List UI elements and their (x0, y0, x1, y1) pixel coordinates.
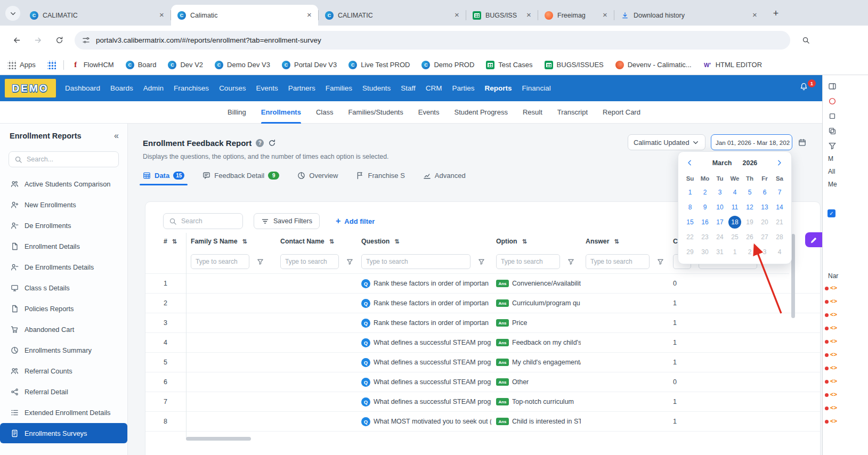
subnav-events[interactable]: Events (418, 101, 440, 124)
subnav-student-progress[interactable]: Student Progress (454, 101, 507, 124)
tab-search-button[interactable] (5, 6, 20, 21)
calendar-year[interactable]: 2026 (743, 159, 758, 167)
calendar-day-9[interactable]: 9 (697, 200, 712, 215)
nav-staff[interactable]: Staff (401, 84, 416, 92)
sidebar-item-new-enrollments[interactable]: New Enrollments (5, 194, 122, 215)
calendar-day-31[interactable]: 31 (712, 245, 727, 259)
bookmark-item[interactable] (47, 61, 56, 69)
calendar-day-27[interactable]: 27 (757, 230, 772, 245)
calendar-day-14[interactable]: 14 (772, 200, 787, 215)
sort-icon[interactable]: ⇅ (242, 238, 247, 245)
calendar-day-8[interactable]: 8 (683, 200, 697, 215)
calendar-day-18[interactable]: 18 (727, 215, 742, 230)
calendar-button[interactable] (794, 134, 809, 150)
browser-tab-freeimag[interactable]: Freeimag× (538, 5, 614, 26)
panel-tag-row[interactable]: <> (825, 352, 837, 358)
nav-courses[interactable]: Courses (219, 84, 246, 92)
previous-month-button[interactable] (686, 159, 694, 167)
calendar-day-13[interactable]: 13 (757, 200, 772, 215)
calendar-day-26[interactable]: 26 (742, 230, 757, 245)
tab-close-icon[interactable]: × (750, 11, 759, 20)
panel-tag-row[interactable]: <> (825, 392, 837, 398)
panel-tag-row[interactable]: <> (825, 285, 837, 291)
saved-filters-button[interactable]: Saved Filters (254, 213, 320, 229)
calendar-day-4[interactable]: 4 (727, 185, 742, 200)
sidebar-search-input[interactable] (27, 156, 113, 163)
calendar-day-12[interactable]: 12 (742, 200, 757, 215)
sidebar-search[interactable] (9, 151, 119, 167)
tab-close-icon[interactable]: × (305, 11, 314, 20)
calendar-day-17[interactable]: 17 (712, 215, 727, 230)
tab-data[interactable]: Data15 (143, 172, 184, 185)
notifications-button[interactable]: 1 (800, 83, 812, 94)
calendar-day-3[interactable]: 3 (757, 245, 772, 259)
calendar-day-23[interactable]: 23 (697, 230, 712, 245)
browser-tab-bugs-iss[interactable]: BUGS/ISS× (466, 5, 538, 26)
column-header-question[interactable]: Question⇅ (356, 238, 491, 245)
new-tab-button[interactable]: + (769, 6, 783, 20)
panel-tag-row[interactable]: <> (825, 365, 837, 371)
panel-tag-row[interactable]: <> (825, 325, 837, 331)
franchise-dropdown[interactable]: Calimatic Updated (628, 134, 705, 150)
nav-financial[interactable]: Financial (522, 84, 551, 92)
back-button[interactable] (9, 32, 25, 48)
sidebar-item-referral-counts[interactable]: Referral Counts (5, 361, 122, 381)
tab-franchise-s[interactable]: Franchise S (356, 172, 404, 185)
table-search-input[interactable] (181, 217, 237, 225)
calendar-day-20[interactable]: 20 (757, 215, 772, 230)
panel-tag-row[interactable]: <> (825, 418, 837, 425)
forward-button[interactable] (30, 32, 46, 48)
refresh-icon[interactable] (268, 139, 276, 147)
filter-input-family-s-name[interactable] (191, 254, 249, 269)
table-search[interactable] (163, 213, 243, 229)
next-month-button[interactable] (775, 159, 784, 167)
sidebar-item-referral-detail[interactable]: Referral Detail (5, 381, 122, 402)
calendar-day-2[interactable]: 2 (697, 185, 712, 200)
calendar-day-28[interactable]: 28 (772, 230, 787, 245)
calendar-day-30[interactable]: 30 (697, 245, 712, 259)
bookmark-bugs-issues[interactable]: BUGS/ISSUES (545, 61, 604, 69)
tab-overview[interactable]: Overview (297, 172, 338, 185)
table-vertical-scrollbar[interactable] (791, 234, 795, 318)
filter-input-contact-name[interactable] (280, 254, 339, 269)
subnav-enrollments[interactable]: Enrollments (261, 101, 301, 124)
sidebar-item-de-enrollments[interactable]: De Enrollments (5, 215, 122, 235)
bookmark-flowhcm[interactable]: fFlowHCM (71, 61, 114, 69)
column-header-item[interactable]: #⇅ (145, 238, 186, 245)
filter-input-answer[interactable] (586, 254, 650, 269)
sidebar-item-class-s-details[interactable]: Class s Details (5, 278, 122, 298)
annotation-pencil-button[interactable] (805, 232, 822, 247)
sidebar-item-enrollments-summary[interactable]: Enrollments Summary (5, 340, 122, 360)
record-button[interactable] (826, 95, 838, 107)
help-icon[interactable]: ? (256, 139, 264, 147)
panel-tag-row[interactable]: <> (825, 405, 837, 411)
column-header-contact-name[interactable]: Contact Name⇅ (275, 238, 356, 245)
tab-feedback-detail[interactable]: Feedback Detail9 (202, 172, 279, 185)
calendar-day-6[interactable]: 6 (757, 185, 772, 200)
bookmark-devenv-calimatic[interactable]: Devenv - Calimatic... (615, 61, 692, 69)
subnav-report-card[interactable]: Report Card (603, 101, 640, 124)
tab-advanced[interactable]: Advanced (423, 172, 466, 185)
calendar-day-1[interactable]: 1 (727, 245, 742, 259)
panel-tag-row[interactable]: <> (825, 312, 837, 318)
subnav-result[interactable]: Result (523, 101, 542, 124)
subnav-transcript[interactable]: Transcript (557, 101, 588, 124)
bookmark-test-cases[interactable]: Test Cases (486, 61, 532, 69)
panel-checkbox[interactable]: ✓ (828, 209, 835, 217)
bookmark-live-test-prod[interactable]: CLive Test PROD (348, 61, 410, 69)
nav-students[interactable]: Students (362, 84, 391, 92)
sort-icon[interactable]: ⇅ (614, 238, 619, 245)
nav-admin[interactable]: Admin (143, 84, 164, 92)
column-header-option[interactable]: Option⇅ (491, 238, 581, 245)
add-filter-button[interactable]: + Add filter (336, 216, 375, 226)
sort-icon[interactable]: ⇅ (172, 238, 177, 245)
calendar-day-3[interactable]: 3 (712, 185, 727, 200)
calendar-day-1[interactable]: 1 (683, 185, 697, 200)
sort-icon[interactable]: ⇅ (329, 238, 334, 245)
tab-close-icon[interactable]: × (452, 11, 461, 20)
bookmark-apps[interactable]: Apps (7, 61, 36, 69)
calendar-day-16[interactable]: 16 (697, 215, 712, 230)
nav-families[interactable]: Families (326, 84, 352, 92)
calendar-day-5[interactable]: 5 (742, 185, 757, 200)
sidebar-item-de-enrollments-details[interactable]: De Enrollments Details (5, 257, 122, 277)
